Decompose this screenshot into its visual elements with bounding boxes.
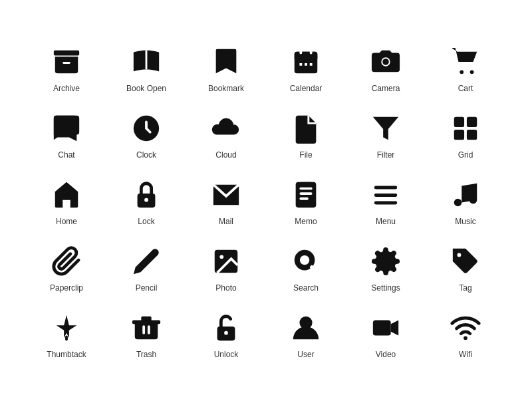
home-label: Home bbox=[56, 217, 77, 226]
clock-icon bbox=[130, 112, 163, 145]
pencil-cell: Pencil bbox=[106, 233, 186, 299]
photo-label: Photo bbox=[215, 283, 236, 293]
svg-rect-5 bbox=[299, 49, 302, 55]
mail-cell: Mail bbox=[186, 166, 266, 233]
camera-cell: Camera bbox=[346, 33, 426, 100]
filter-label: Filter bbox=[377, 150, 395, 160]
svg-rect-18 bbox=[454, 130, 464, 140]
menu-icon bbox=[369, 178, 402, 211]
menu-cell: Menu bbox=[346, 166, 426, 233]
music-icon bbox=[449, 178, 482, 211]
chat-cell: Chat bbox=[27, 100, 106, 166]
search-icon bbox=[289, 245, 323, 278]
svg-point-45 bbox=[224, 331, 228, 335]
svg-rect-42 bbox=[142, 325, 145, 334]
lock-label: Lock bbox=[138, 217, 154, 226]
svg-rect-41 bbox=[132, 321, 160, 325]
clock-cell: Clock bbox=[106, 100, 186, 166]
svg-rect-19 bbox=[467, 130, 477, 140]
music-cell: Music bbox=[426, 166, 505, 233]
video-label: Video bbox=[376, 350, 396, 359]
svg-rect-10 bbox=[310, 63, 313, 66]
chat-label: Chat bbox=[58, 150, 74, 160]
mail-icon bbox=[209, 178, 243, 211]
music-label: Music bbox=[455, 217, 475, 226]
trash-icon bbox=[130, 311, 163, 344]
search-label: Search bbox=[293, 283, 319, 293]
thumbtack-label: Thumbtack bbox=[47, 350, 86, 359]
file-cell: File bbox=[266, 100, 346, 166]
archive-cell: Archive bbox=[27, 33, 106, 100]
user-cell: User bbox=[266, 299, 346, 366]
memo-cell: Memo bbox=[266, 166, 346, 233]
grid-label: Grid bbox=[458, 150, 473, 160]
filter-cell: Filter bbox=[346, 100, 426, 166]
file-label: File bbox=[299, 150, 312, 160]
grid-cell: Grid bbox=[426, 100, 505, 166]
calendar-label: Calendar bbox=[290, 84, 323, 93]
home-cell: Home bbox=[27, 166, 106, 233]
wifi-label: Wifi bbox=[459, 350, 472, 359]
svg-point-37 bbox=[458, 253, 462, 257]
search-cell: Search bbox=[266, 233, 346, 299]
svg-rect-43 bbox=[148, 325, 150, 334]
archive-label: Archive bbox=[53, 84, 80, 93]
user-label: User bbox=[297, 350, 314, 359]
wifi-cell: Wifi bbox=[426, 299, 505, 366]
tag-icon bbox=[449, 245, 482, 278]
lock-cell: Lock bbox=[106, 166, 186, 233]
svg-rect-26 bbox=[299, 182, 312, 188]
svg-point-13 bbox=[460, 70, 464, 74]
file-icon bbox=[289, 112, 323, 145]
unlock-icon bbox=[209, 311, 243, 344]
svg-rect-24 bbox=[299, 192, 312, 195]
svg-rect-8 bbox=[299, 63, 302, 66]
svg-rect-47 bbox=[373, 321, 391, 336]
bookmark-cell: Bookmark bbox=[186, 33, 266, 100]
memo-icon bbox=[289, 178, 323, 211]
paperclip-cell: Paperclip bbox=[27, 233, 106, 299]
svg-rect-7 bbox=[295, 57, 318, 59]
svg-point-31 bbox=[469, 196, 477, 204]
unlock-label: Unlock bbox=[214, 350, 239, 359]
svg-rect-29 bbox=[374, 201, 398, 205]
bookmark-label: Bookmark bbox=[208, 84, 244, 93]
svg-rect-16 bbox=[454, 117, 464, 127]
chat-icon bbox=[50, 112, 83, 145]
settings-icon bbox=[369, 245, 402, 278]
paperclip-icon bbox=[50, 245, 83, 278]
trash-label: Trash bbox=[136, 350, 156, 359]
svg-point-21 bbox=[144, 198, 148, 202]
archive-icon bbox=[50, 45, 83, 78]
camera-label: Camera bbox=[372, 84, 400, 93]
svg-rect-27 bbox=[374, 186, 398, 190]
user-icon bbox=[289, 311, 323, 344]
bookmark-icon bbox=[209, 45, 243, 78]
svg-rect-38 bbox=[65, 336, 68, 341]
svg-rect-39 bbox=[135, 321, 158, 339]
svg-point-30 bbox=[454, 199, 462, 207]
svg-rect-25 bbox=[299, 198, 308, 200]
svg-rect-1 bbox=[63, 62, 70, 64]
pencil-icon bbox=[130, 245, 163, 278]
svg-rect-23 bbox=[299, 188, 312, 190]
settings-label: Settings bbox=[371, 283, 400, 293]
memo-label: Memo bbox=[295, 217, 317, 226]
thumbtack-icon bbox=[50, 311, 83, 344]
pencil-label: Pencil bbox=[136, 283, 158, 293]
icon-grid: Archive Book Open Bookmark bbox=[0, 20, 532, 379]
video-icon bbox=[369, 311, 402, 344]
thumbtack-cell: Thumbtack bbox=[27, 299, 106, 366]
tag-label: Tag bbox=[459, 283, 471, 293]
grid-icon bbox=[449, 112, 482, 145]
svg-rect-6 bbox=[310, 49, 313, 55]
svg-point-12 bbox=[382, 59, 389, 65]
cart-icon bbox=[449, 45, 482, 78]
video-cell: Video bbox=[346, 299, 426, 366]
svg-rect-28 bbox=[374, 194, 398, 197]
wifi-icon bbox=[449, 311, 482, 344]
book-open-cell: Book Open bbox=[106, 33, 186, 100]
calendar-icon bbox=[289, 45, 323, 78]
clock-label: Clock bbox=[136, 150, 156, 160]
menu-label: Menu bbox=[376, 217, 396, 226]
